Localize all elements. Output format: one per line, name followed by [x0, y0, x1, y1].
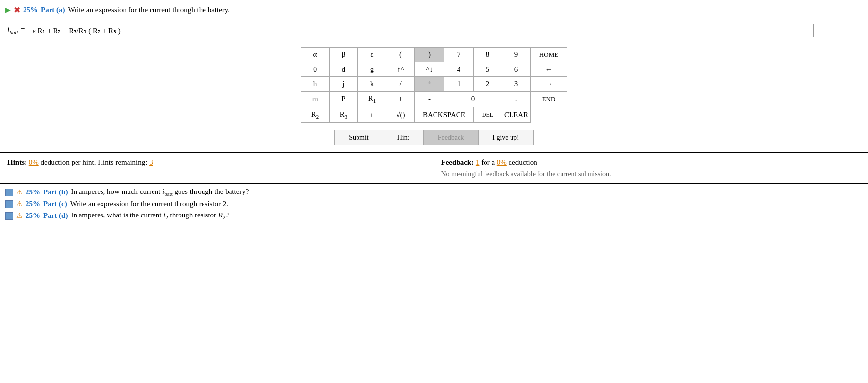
part-d-row: ⚠ 25% Part (d) In amperes, what is the c…	[5, 211, 863, 220]
hints-deduction[interactable]: 0%	[29, 158, 39, 166]
key-alpha[interactable]: α	[301, 48, 330, 62]
part-b-row: ⚠ 25% Part (b) In amperes, how much curr…	[5, 188, 863, 197]
key-t[interactable]: t	[358, 107, 386, 123]
key-beta[interactable]: β	[330, 48, 358, 62]
feedback-text2: deduction	[509, 158, 537, 166]
feedback-count[interactable]: 1	[476, 158, 480, 166]
key-4[interactable]: 4	[444, 62, 474, 77]
part-c-icon	[5, 200, 13, 208]
key-2[interactable]: 2	[474, 77, 502, 92]
submit-button[interactable]: Submit	[334, 130, 383, 145]
key-9[interactable]: 9	[502, 48, 531, 62]
part-d-label: Part (d)	[43, 212, 68, 220]
key-subscript[interactable]: ^↓	[415, 62, 444, 77]
key-3[interactable]: 3	[502, 77, 531, 92]
feedback-result-section: Feedback: 1 for a 0% deduction No meanin…	[434, 153, 868, 183]
part-d-text: In amperes, what is the current i2 throu…	[71, 211, 229, 220]
expression-row: ibatt =	[0, 19, 868, 42]
hints-section: Hints: 0% deduction per hint. Hints rema…	[0, 153, 434, 183]
part-c-row: ⚠ 25% Part (c) Write an expression for t…	[5, 200, 863, 208]
feedback-label: Feedback:	[441, 158, 474, 166]
key-superscript[interactable]: ↑^	[386, 62, 415, 77]
part-c-label: Part (c)	[43, 200, 67, 208]
part-b-percent: 25%	[26, 188, 40, 196]
key-multiply[interactable]: *	[415, 77, 444, 92]
feedback-no-data: No meaningful feedback available for the…	[441, 170, 861, 178]
part-d-warn-icon: ⚠	[16, 212, 23, 220]
key-divide[interactable]: /	[386, 77, 415, 92]
x-icon: ✖	[14, 5, 20, 15]
key-del[interactable]: DEL	[474, 107, 502, 123]
key-epsilon[interactable]: ε	[358, 48, 386, 62]
igiveup-button[interactable]: I give up!	[478, 130, 533, 145]
key-5[interactable]: 5	[474, 62, 502, 77]
part-a-header: ▶ ✖ 25% Part (a) Write an expression for…	[0, 0, 868, 19]
key-dot[interactable]: .	[502, 92, 531, 107]
keypad-table: α β ε ( ) 7 8 9 HOME θ d g ↑^ ^↓	[301, 47, 567, 123]
key-minus[interactable]: -	[415, 92, 444, 107]
part-c-text: Write an expression for the current thro…	[70, 200, 228, 208]
key-theta[interactable]: θ	[301, 62, 330, 77]
hint-button[interactable]: Hint	[383, 130, 424, 145]
part-b-text: In amperes, how much current ibatt goes …	[71, 188, 249, 197]
key-0[interactable]: 0	[444, 92, 502, 107]
key-R1[interactable]: R1	[358, 92, 386, 107]
part-b-warn-icon: ⚠	[16, 188, 23, 196]
key-sqrt[interactable]: √()	[386, 107, 415, 123]
key-clear[interactable]: CLEAR	[502, 107, 531, 123]
key-g[interactable]: g	[358, 62, 386, 77]
key-close-paren[interactable]: )	[415, 48, 444, 62]
key-k[interactable]: k	[358, 77, 386, 92]
key-R2[interactable]: R2	[301, 107, 330, 123]
key-R3[interactable]: R3	[330, 107, 358, 123]
key-home[interactable]: HOME	[531, 48, 567, 62]
part-a-label: Part (a)	[41, 6, 65, 14]
key-h[interactable]: h	[301, 77, 330, 92]
key-plus[interactable]: +	[386, 92, 415, 107]
more-parts-section: ⚠ 25% Part (b) In amperes, how much curr…	[0, 183, 868, 224]
feedback-deduction[interactable]: 0%	[497, 158, 507, 166]
part-a-percent: 25%	[23, 6, 38, 14]
part-a-question: Write an expression for the current thro…	[68, 6, 230, 14]
key-6[interactable]: 6	[502, 62, 531, 77]
hints-label: Hints:	[7, 158, 27, 166]
key-right-arrow[interactable]: →	[531, 77, 567, 92]
key-P[interactable]: P	[330, 92, 358, 107]
key-d[interactable]: d	[330, 62, 358, 77]
part-c-warn-icon: ⚠	[16, 200, 23, 208]
button-row: Submit Hint Feedback I give up!	[334, 130, 533, 145]
feedback-button: Feedback	[424, 130, 479, 145]
key-left-arrow[interactable]: ←	[531, 62, 567, 77]
expr-label: ibatt =	[7, 25, 25, 35]
arrow-icon: ▶	[5, 6, 11, 14]
key-backspace[interactable]: BACKSPACE	[415, 107, 474, 123]
feedback-text1: for a	[481, 158, 497, 166]
part-b-label: Part (b)	[43, 188, 68, 196]
part-b-icon	[5, 189, 13, 196]
hints-remaining[interactable]: 3	[149, 158, 153, 166]
part-c-percent: 25%	[26, 200, 40, 208]
info-bar: Hints: 0% deduction per hint. Hints rema…	[0, 152, 868, 183]
key-open-paren[interactable]: (	[386, 48, 415, 62]
key-8[interactable]: 8	[474, 48, 502, 62]
hints-text1: deduction per hint. Hints remaining:	[41, 158, 150, 166]
key-end[interactable]: END	[531, 92, 567, 107]
key-1[interactable]: 1	[444, 77, 474, 92]
key-7[interactable]: 7	[444, 48, 474, 62]
key-j[interactable]: j	[330, 77, 358, 92]
part-d-icon	[5, 212, 13, 220]
expression-input[interactable]	[29, 24, 814, 37]
key-m[interactable]: m	[301, 92, 330, 107]
part-d-percent: 25%	[26, 212, 40, 220]
keyboard-section: α β ε ( ) 7 8 9 HOME θ d g ↑^ ^↓	[0, 42, 868, 152]
